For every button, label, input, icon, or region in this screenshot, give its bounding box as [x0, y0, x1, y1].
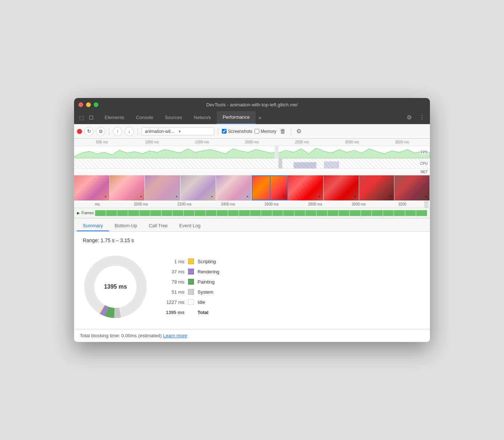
frames-triangle-icon: ▶: [77, 211, 80, 215]
tab-console[interactable]: Console: [130, 111, 159, 124]
learn-more-link[interactable]: Learn more: [163, 333, 187, 338]
settings-icon[interactable]: ⚙: [405, 113, 414, 122]
frame-bar: [172, 210, 183, 216]
screenshots-checkbox[interactable]: [222, 129, 227, 134]
frame-bar: [217, 210, 228, 216]
url-selector[interactable]: animation-with-top-left.... ▾: [142, 127, 214, 135]
frames-label: Frames: [81, 211, 94, 215]
minimize-button[interactable]: [86, 102, 91, 107]
bottom-panel: Summary Bottom-Up Call Tree Event Log Ra…: [74, 219, 430, 342]
separator-2: [138, 128, 138, 135]
frame-bar: [372, 210, 383, 216]
summary-content: Range: 1.75 s – 3.15 s: [74, 232, 430, 329]
footer-bar: Total blocking time: 0.00ms (estimated) …: [74, 329, 430, 342]
time-label-3200: 3200: [381, 202, 424, 206]
rendering-color-swatch: [188, 269, 194, 274]
window-title: DevTools - animation-with-top-left.glitc…: [206, 102, 298, 107]
device-icon[interactable]: ☐: [87, 113, 96, 122]
frame-bar: [328, 210, 338, 216]
legend-item-total: 1395 ms Total: [163, 309, 219, 315]
tab-network[interactable]: Network: [188, 111, 217, 124]
net-label: NET: [420, 170, 428, 174]
tab-sources[interactable]: Sources: [159, 111, 188, 124]
subtab-call-tree[interactable]: Call Tree: [143, 220, 174, 231]
frame-bar: [239, 210, 250, 216]
record-button[interactable]: [77, 129, 82, 134]
upload-button[interactable]: ↑: [113, 127, 122, 136]
frame-bar: [294, 210, 305, 216]
time-mark-2000: 2000 ms: [227, 140, 277, 144]
svg-rect-2: [275, 146, 279, 158]
time-mark-1000: 1000 ms: [127, 140, 177, 144]
legend-item-system: 51 ms System: [163, 289, 219, 295]
frame-bar: [162, 210, 172, 216]
frames-expand-button[interactable]: ▶ Frames: [77, 211, 94, 215]
subtab-event-log[interactable]: Event Log: [174, 220, 207, 231]
rendering-ms: 37 ms: [163, 269, 184, 274]
trash-icon[interactable]: 🗑: [279, 127, 287, 135]
time-label-3000: 3000 ms: [337, 202, 381, 206]
tabbar-right-icons: ⚙ ⋮: [405, 113, 427, 122]
frame-bar: [317, 210, 328, 216]
cpu-row: CPU: [74, 159, 430, 169]
blocking-time-text: Total blocking time: 0.00ms (estimated): [80, 333, 162, 338]
cpu-label: CPU: [419, 162, 428, 166]
idle-label: Idle: [198, 300, 205, 305]
summary-chart-area: 1395 ms 1 ms Scripting 37 ms Rendering: [83, 250, 421, 323]
screenshot-7: [288, 175, 324, 200]
frame-bar: [361, 210, 372, 216]
more-options-icon[interactable]: ⋮: [417, 113, 427, 122]
clear-button[interactable]: ⊘: [96, 127, 105, 136]
fps-graph: [74, 146, 430, 158]
subtabs: Summary Bottom-Up Call Tree Event Log: [74, 219, 430, 232]
system-ms: 51 ms: [163, 289, 184, 295]
selection-divider: [270, 175, 271, 200]
donut-label: 1395 ms: [104, 284, 127, 290]
frame-bar: [339, 210, 350, 216]
time-mark-1500: 1500 ms: [177, 140, 227, 144]
cpu-graph: [74, 159, 430, 168]
memory-checkbox[interactable]: [255, 129, 259, 134]
screenshots-row: [74, 175, 430, 201]
tabbar-icons: ⬚ ☐: [77, 113, 96, 122]
svg-rect-5: [324, 162, 339, 168]
legend-item-idle: 1227 ms Idle: [163, 299, 219, 305]
time-label-ms: ms: [76, 202, 119, 206]
svg-rect-3: [279, 159, 282, 168]
frame-bar: [272, 210, 283, 216]
painting-label: Painting: [198, 279, 215, 285]
frame-bar: [195, 210, 206, 216]
legend-item-rendering: 37 ms Rendering: [163, 269, 219, 274]
idle-color-swatch: [188, 299, 194, 305]
time-label-2600: 2600 ms: [250, 202, 293, 206]
scrollbar-thumb[interactable]: [424, 201, 428, 208]
idle-ms: 1227 ms: [163, 300, 184, 305]
separator-4: [291, 128, 291, 135]
screenshot-1: [74, 175, 110, 200]
total-label: Total: [198, 310, 208, 315]
memory-label: Memory: [261, 129, 276, 134]
subtab-summary[interactable]: Summary: [77, 220, 109, 231]
subtab-bottom-up[interactable]: Bottom-Up: [109, 220, 143, 231]
close-button[interactable]: [78, 102, 83, 107]
system-color-swatch: [188, 289, 194, 295]
maximize-button[interactable]: [94, 102, 98, 107]
devtools-window: DevTools - animation-with-top-left.glitc…: [74, 98, 430, 342]
frame-bar: [117, 210, 128, 216]
inspect-icon[interactable]: ⬚: [77, 113, 86, 122]
time-label-2200: 2200 ms: [163, 202, 206, 206]
more-tabs-icon[interactable]: »: [256, 112, 264, 123]
tab-performance[interactable]: Performance: [217, 111, 255, 124]
traffic-lights: [78, 102, 98, 107]
screenshot-10: [394, 175, 430, 200]
url-dropdown-icon[interactable]: ▾: [179, 129, 211, 134]
frame-bar: [350, 210, 361, 216]
capture-settings-icon[interactable]: ⚙: [295, 127, 303, 135]
rendering-label: Rendering: [198, 269, 219, 274]
reload-button[interactable]: ↻: [84, 127, 94, 136]
time-mark-500: 500 ms: [77, 140, 127, 144]
tab-elements[interactable]: Elements: [99, 111, 130, 124]
download-button[interactable]: ↓: [125, 127, 134, 136]
time-label-2400: 2400 ms: [206, 202, 250, 206]
frame-bar: [150, 210, 161, 216]
